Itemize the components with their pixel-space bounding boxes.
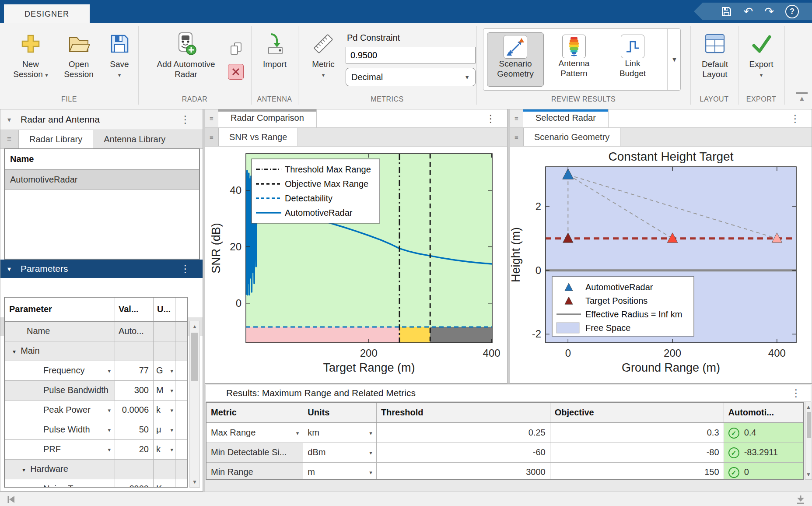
delete-radar-button[interactable]	[228, 64, 244, 80]
parameter-scrollbar[interactable]: ▲ ▼	[189, 321, 200, 488]
dropdown-arrow-icon[interactable]: ▾	[108, 440, 111, 459]
param-row-peak-power[interactable]: Peak Power▾ 0.0006 k▾	[5, 401, 187, 420]
svg-text:400: 400	[483, 347, 500, 359]
radar-library-row-selected[interactable]: AutomotiveRadar	[5, 170, 199, 190]
tab-snr-vs-range[interactable]: SNR vs Range	[218, 128, 298, 146]
dropdown-arrow-icon[interactable]: ▾	[369, 443, 372, 462]
metric-button[interactable]: Metric ▾	[306, 28, 340, 80]
svg-text:400: 400	[768, 347, 786, 359]
collapse-ribbon-button[interactable]: ▲	[796, 92, 808, 102]
copy-radar-button[interactable]	[228, 41, 244, 56]
svg-text:Ground Range (m): Ground Range (m)	[622, 361, 720, 374]
drag-grip-icon[interactable]: ≡	[510, 109, 523, 127]
section-label-file: FILE	[0, 94, 138, 105]
panel-menu-icon[interactable]: ⋮	[791, 389, 801, 397]
export-check-icon	[749, 28, 773, 59]
svg-text:20: 20	[230, 241, 242, 253]
default-layout-button[interactable]: Default Layout	[696, 28, 733, 79]
panel-menu-icon[interactable]: ⋮	[486, 114, 496, 123]
results-row-min-range[interactable]: Min Range m▾ 3000 150 ✓ 0	[206, 463, 803, 480]
scroll-down-icon[interactable]: ▼	[805, 471, 812, 478]
column-header-name: Name	[5, 149, 199, 169]
drag-grip-icon[interactable]: ≡	[510, 128, 523, 146]
panel-menu-icon[interactable]: ⋮	[180, 264, 190, 273]
comparison-subtabs: ≡ SNR vs Range	[205, 128, 507, 147]
metric-format-select[interactable]: Decimal ▼	[346, 68, 476, 86]
param-row-pulse-width[interactable]: Pulse Width▾ 50 μ▾	[5, 420, 187, 440]
selected-radar-header: ≡ Selected Radar ⋮	[510, 109, 812, 128]
dropdown-arrow-icon[interactable]: ▾	[369, 463, 372, 480]
selected-subtabs: ≡ Scenario Geometry	[510, 128, 812, 147]
param-group-hardware[interactable]: ▾ Hardware	[5, 460, 187, 479]
gallery-expand-button[interactable]: ▼	[667, 29, 681, 90]
results-row-max-range[interactable]: Max Range▾ km▾ 0.25 0.3 ✓ 0.4	[206, 423, 803, 443]
dropdown-arrow-icon[interactable]: ▾	[170, 362, 173, 380]
dropdown-arrow-icon[interactable]: ▾	[108, 401, 111, 420]
panel-menu-icon[interactable]: ⋮	[180, 115, 190, 124]
snr-vs-range-chart[interactable]: 20040002040SNR (dB)Target Range (m)Thres…	[205, 147, 508, 384]
link-budget-button[interactable]: Link Budget	[604, 32, 661, 87]
import-antenna-button[interactable]: Import	[257, 28, 293, 69]
dropdown-arrow-icon: ▼	[464, 74, 470, 81]
param-row-name[interactable]: Name Auto...	[5, 322, 187, 341]
skip-to-start-icon[interactable]	[6, 495, 16, 504]
expand-group-icon[interactable]: ▾	[22, 466, 25, 473]
svg-text:Constant Height Target: Constant Height Target	[609, 150, 734, 163]
tab-radar-library[interactable]: Radar Library	[18, 130, 93, 148]
param-row-noise-temperature[interactable]: Noise Te... 2900 K	[5, 479, 187, 488]
radar-library-table: Name AutomotiveRadar	[4, 148, 200, 260]
drag-grip-icon[interactable]: ≡	[205, 109, 218, 127]
tab-designer[interactable]: DESIGNER	[4, 4, 90, 23]
add-automotive-radar-button[interactable]: Add Automotive Radar	[151, 28, 221, 79]
scroll-up-icon[interactable]: ▲	[190, 323, 200, 330]
pass-check-icon: ✓	[728, 447, 739, 458]
dropdown-arrow-icon[interactable]: ▾	[170, 381, 173, 400]
divider	[690, 26, 691, 105]
param-row-prf[interactable]: PRF▾ 20 k▾	[5, 440, 187, 460]
collapse-panel-icon[interactable]: ▾	[7, 265, 11, 273]
save-session-button[interactable]: Save ▾	[106, 28, 133, 80]
new-session-button[interactable]: New Session ▾	[10, 28, 52, 80]
collapse-panel-icon[interactable]: ▾	[7, 116, 11, 124]
tab-selected-radar[interactable]: Selected Radar	[523, 109, 609, 127]
new-session-icon	[19, 28, 42, 59]
panel-menu-icon[interactable]: ⋮	[790, 114, 800, 123]
svg-text:40: 40	[230, 184, 242, 196]
results-panel: Results: Maximum Range and Related Metri…	[205, 383, 812, 492]
tab-scenario-geometry[interactable]: Scenario Geometry	[523, 128, 620, 146]
skip-to-end-icon[interactable]	[795, 494, 806, 505]
undo-icon[interactable]: ↶	[743, 6, 753, 17]
tab-antenna-library[interactable]: Antenna Library	[93, 130, 176, 148]
antenna-pattern-button[interactable]: Antenna Pattern	[546, 32, 602, 87]
scrollbar-thumb[interactable]	[191, 333, 198, 381]
redo-icon[interactable]: ↷	[764, 6, 774, 17]
dropdown-arrow-icon[interactable]: ▾	[108, 362, 111, 380]
dropdown-arrow-icon[interactable]: ▾	[170, 401, 173, 420]
pd-constraint-input[interactable]	[346, 47, 476, 63]
drag-grip-icon[interactable]: ≡	[205, 128, 218, 146]
scroll-down-icon[interactable]: ▼	[190, 479, 200, 485]
dropdown-arrow-icon[interactable]: ▾	[170, 421, 173, 439]
help-icon[interactable]: ?	[785, 5, 799, 18]
export-button[interactable]: Export ▾	[744, 28, 779, 80]
param-row-pulse-bandwidth[interactable]: Pulse Bandwidth 300 M▾	[5, 381, 187, 401]
tab-radar-comparison[interactable]: Radar Comparison	[218, 109, 317, 127]
param-group-main[interactable]: ▾ Main	[5, 341, 187, 361]
open-session-button[interactable]: Open Session	[57, 28, 101, 79]
results-row-min-detectable-signal[interactable]: Min Detectable Si... dBm▾ -60 -80 ✓ -83.…	[206, 443, 803, 463]
scenario-geometry-chart[interactable]: 0200400-202Height (m)Ground Range (m)Con…	[510, 147, 812, 384]
drag-grip-icon[interactable]: ≡	[0, 130, 18, 148]
parameters-panel-header: ▾ Parameters ⋮	[0, 260, 203, 278]
dropdown-arrow-icon[interactable]: ▾	[296, 424, 299, 443]
dropdown-arrow-icon[interactable]: ▾	[170, 440, 173, 459]
expand-group-icon[interactable]: ▾	[13, 348, 16, 355]
scenario-geometry-toggle[interactable]: Scenario Geometry	[487, 32, 544, 87]
dropdown-arrow-icon[interactable]: ▾	[369, 424, 372, 443]
pass-check-icon: ✓	[728, 428, 739, 439]
scroll-up-icon[interactable]: ▲	[805, 404, 812, 410]
results-scrollbar[interactable]: ▲ ▼	[805, 402, 812, 480]
param-row-frequency[interactable]: Frequency▾ 77 G▾	[5, 361, 187, 381]
dropdown-arrow-icon[interactable]: ▾	[108, 421, 111, 439]
scrollbar-thumb[interactable]	[807, 412, 811, 438]
save-icon[interactable]	[721, 6, 732, 17]
